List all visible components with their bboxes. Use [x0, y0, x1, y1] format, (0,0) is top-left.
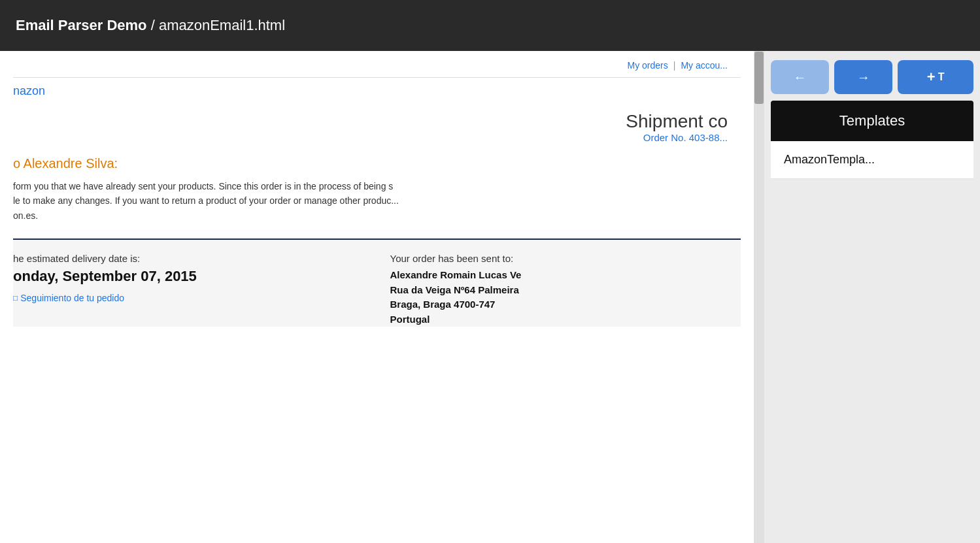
my-orders-link[interactable]: My orders: [628, 60, 668, 71]
templates-section: Templates AmazonTempla...: [771, 101, 973, 179]
shipment-title: Shipment co: [13, 111, 728, 132]
email-body: form you that we have already sent your …: [13, 179, 741, 223]
shipment-header: Shipment co Order No. 403-88...: [13, 101, 741, 143]
add-template-button[interactable]: + T: [898, 60, 973, 94]
delivery-section: he estimated delivery date is: onday, Se…: [13, 240, 741, 327]
nav-buttons: ← → + T: [764, 51, 980, 101]
delivery-left: he estimated delivery date is: onday, Se…: [13, 253, 364, 327]
template-item-amazon[interactable]: AmazonTempla...: [771, 141, 973, 179]
plus-icon: +: [927, 69, 936, 86]
email-preview-panel: My orders | My accou... nazon Shipment c…: [0, 51, 764, 543]
scrollbar-thumb[interactable]: [754, 52, 764, 104]
email-nav-bar: My orders | My accou...: [13, 51, 741, 78]
my-account-link[interactable]: My accou...: [681, 60, 728, 71]
header-title: Email Parser Demo / amazonEmail1.html: [16, 17, 285, 34]
body-line1: form you that we have already sent your …: [13, 179, 741, 193]
address-line2: Rua da Veiga Nº64 Palmeira: [390, 283, 741, 298]
back-button[interactable]: ←: [771, 60, 829, 94]
delivery-label: he estimated delivery date is:: [13, 253, 364, 264]
add-label: T: [938, 71, 945, 83]
delivery-date: onday, September 07, 2015: [13, 268, 364, 285]
delivery-right: Your order has been sent to: Alexandre R…: [390, 253, 741, 327]
forward-button[interactable]: →: [834, 60, 892, 94]
delivery-address: Alexandre Romain Lucas Ve Rua da Veiga N…: [390, 268, 741, 327]
forward-icon: →: [857, 70, 870, 85]
email-greeting: o Alexandre Silva:: [13, 143, 741, 179]
scrollbar[interactable]: [754, 51, 764, 543]
sent-to-label: Your order has been sent to:: [390, 253, 741, 264]
amazon-logo: nazon: [13, 78, 741, 101]
back-icon: ←: [794, 70, 807, 85]
tracking-link[interactable]: Seguimiento de tu pedido: [13, 293, 364, 303]
order-num-value: 403-88...: [689, 132, 728, 143]
app-name: Email Parser Demo: [16, 17, 147, 33]
header-separator: /: [147, 17, 159, 33]
email-content: My orders | My accou... nazon Shipment c…: [0, 51, 754, 543]
body-line2: le to make any changes. If you want to r…: [13, 193, 741, 208]
nav-separator: |: [673, 60, 676, 71]
address-line4: Portugal: [390, 312, 741, 327]
right-panel: ← → + T Templates AmazonTempla...: [764, 51, 980, 543]
order-label: Order No.: [643, 132, 686, 143]
main-layout: My orders | My accou... nazon Shipment c…: [0, 51, 980, 543]
templates-header: Templates: [771, 101, 973, 141]
body-line3: on.es.: [13, 208, 741, 223]
header: Email Parser Demo / amazonEmail1.html: [0, 0, 980, 51]
address-line1: Alexandre Romain Lucas Ve: [390, 268, 741, 283]
address-line3: Braga, Braga 4700-747: [390, 297, 741, 312]
header-filename: amazonEmail1.html: [159, 17, 285, 33]
order-number: Order No. 403-88...: [13, 132, 728, 143]
